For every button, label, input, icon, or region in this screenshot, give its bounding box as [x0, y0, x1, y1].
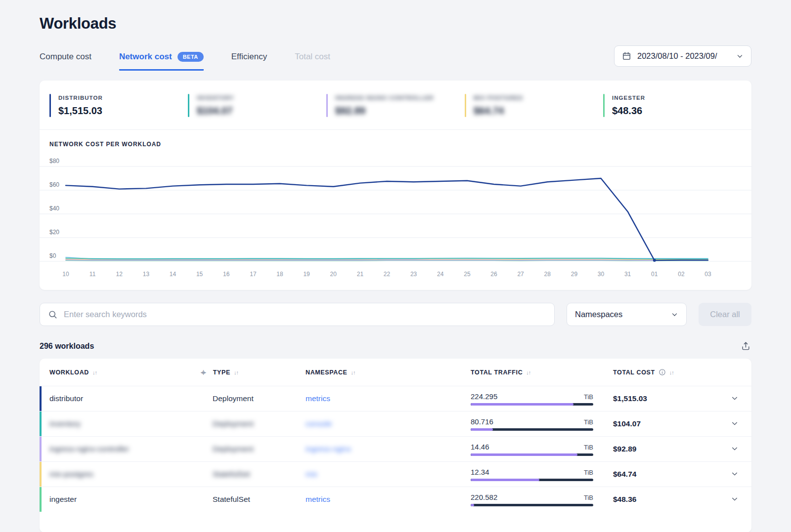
svg-text:29: 29 — [571, 271, 578, 278]
namespace-link[interactable]: ingress-nginx — [306, 445, 351, 453]
expand-row-button[interactable] — [729, 417, 741, 431]
traffic-value: 224.295 — [471, 392, 497, 401]
svg-text:27: 27 — [517, 271, 524, 278]
column-label: TOTAL COST — [613, 369, 655, 376]
namespace-link[interactable]: mix — [306, 470, 317, 478]
namespaces-dropdown-label: Namespaces — [575, 310, 622, 319]
total-cost: $104.07 — [613, 419, 714, 428]
chevron-down-icon — [736, 52, 744, 60]
table-row[interactable]: distributor Deployment metrics 224.295 T… — [40, 386, 751, 411]
summary-and-chart-panel: DISTRIBUTOR $1,515.03 INVENTORY $104.07 … — [40, 81, 751, 290]
table-row[interactable]: mix-postgres StatefulSet mix 12.34 TiB $… — [40, 461, 751, 487]
stat-label: DISTRIBUTOR — [58, 94, 103, 101]
traffic-cell: 80.716 TiB — [471, 417, 593, 431]
column-header-workload[interactable]: WORKLOAD ↓↑ — [49, 369, 213, 376]
search-input[interactable] — [64, 310, 546, 319]
expand-row-button[interactable] — [729, 468, 741, 481]
sort-icon[interactable]: ↓↑ — [92, 369, 97, 375]
namespace-link[interactable]: console — [306, 419, 332, 428]
date-range-picker[interactable]: 2023/08/10 - 2023/09/ — [614, 45, 751, 67]
stat-value: $1,515.03 — [58, 105, 103, 117]
column-header-type[interactable]: ◂|▸ TYPE ↓↑ — [213, 369, 306, 376]
svg-text:$20: $20 — [49, 229, 59, 236]
stat-value: $92.89 — [335, 105, 434, 117]
traffic-bar — [471, 453, 593, 456]
summary-cards: DISTRIBUTOR $1,515.03 INVENTORY $104.07 … — [40, 81, 751, 130]
summary-card-4[interactable]: MIX POSTGRES $64.74 — [465, 94, 603, 117]
traffic-value: 220.582 — [471, 493, 497, 501]
column-resize-icon[interactable]: ◂|▸ — [201, 369, 206, 375]
svg-text:14: 14 — [170, 271, 176, 278]
svg-text:$40: $40 — [49, 205, 59, 212]
tab-network-cost[interactable]: Network cost BETA — [119, 52, 204, 71]
traffic-value: 12.34 — [471, 468, 489, 476]
svg-text:28: 28 — [544, 271, 551, 278]
svg-text:20: 20 — [330, 271, 337, 278]
traffic-unit: TiB — [584, 393, 593, 401]
namespace-link[interactable]: metrics — [306, 394, 330, 403]
search-box — [40, 303, 555, 326]
expand-row-button[interactable] — [729, 392, 741, 406]
svg-text:02: 02 — [678, 271, 685, 278]
svg-text:11: 11 — [89, 271, 96, 278]
namespaces-dropdown[interactable]: Namespaces — [567, 303, 687, 326]
row-accent — [40, 411, 42, 436]
svg-text:01: 01 — [651, 271, 658, 278]
filter-row: Namespaces Clear all — [40, 303, 751, 326]
tab-compute-cost[interactable]: Compute cost — [40, 52, 91, 71]
expand-row-button[interactable] — [729, 443, 741, 456]
tab-efficiency[interactable]: Efficiency — [231, 52, 267, 71]
table-header: WORKLOAD ↓↑ ◂|▸ TYPE ↓↑ NAMESPACE ↓↑ TOT… — [40, 359, 751, 386]
stat-value: $64.74 — [474, 105, 523, 117]
export-icon — [741, 341, 750, 351]
sort-icon[interactable]: ↓↑ — [351, 369, 355, 375]
stat-label: INGESTER — [612, 94, 645, 101]
search-icon — [48, 310, 57, 319]
svg-text:24: 24 — [437, 271, 444, 278]
summary-card-2[interactable]: INVENTORY $104.07 — [188, 94, 326, 117]
column-header-total-cost[interactable]: TOTAL COST ↓↑ — [613, 368, 714, 376]
column-label: WORKLOAD — [49, 369, 89, 376]
summary-card-distributor[interactable]: DISTRIBUTOR $1,515.03 — [49, 94, 188, 117]
traffic-unit: TiB — [584, 494, 593, 501]
namespace-link[interactable]: metrics — [306, 495, 330, 503]
expand-row-button[interactable] — [729, 493, 741, 506]
total-cost: $48.36 — [613, 495, 714, 504]
sort-icon[interactable]: ↓↑ — [526, 369, 530, 375]
traffic-cell: 14.46 TiB — [471, 443, 593, 456]
workloads-table: WORKLOAD ↓↑ ◂|▸ TYPE ↓↑ NAMESPACE ↓↑ TOT… — [40, 359, 751, 532]
traffic-bar — [471, 403, 593, 406]
clear-all-button[interactable]: Clear all — [699, 303, 751, 326]
column-header-total-traffic[interactable]: TOTAL TRAFFIC ↓↑ — [471, 369, 613, 376]
workload-name: ingester — [49, 495, 213, 504]
traffic-cell: 224.295 TiB — [471, 392, 593, 406]
summary-card-3[interactable]: INGRESS NGINX CONTROLLER $92.89 — [326, 94, 465, 117]
workload-name: ingress-nginx-controller — [49, 445, 213, 453]
export-button[interactable] — [740, 340, 751, 352]
traffic-value: 80.716 — [471, 417, 493, 426]
workload-count: 296 workloads — [40, 342, 94, 351]
traffic-cell: 12.34 TiB — [471, 468, 593, 481]
traffic-unit: TiB — [584, 418, 593, 426]
sort-icon[interactable]: ↓↑ — [234, 369, 238, 375]
table-row[interactable]: inventory Deployment console 80.716 TiB … — [40, 411, 751, 436]
workloads-page: Workloads Compute cost Network cost BETA… — [0, 0, 791, 532]
svg-text:22: 22 — [384, 271, 391, 278]
column-label: NAMESPACE — [306, 369, 348, 376]
workload-type: StatefulSet — [213, 470, 306, 479]
traffic-bar-fill — [471, 428, 493, 431]
stat-value: $104.07 — [197, 105, 234, 117]
workload-name: inventory — [49, 419, 213, 428]
table-row[interactable]: ingester StatefulSet metrics 220.582 TiB… — [40, 487, 751, 512]
column-label: TOTAL TRAFFIC — [471, 369, 523, 376]
table-row[interactable]: ingress-nginx-controller Deployment ingr… — [40, 436, 751, 461]
chart-section: NETWORK COST PER WORKLOAD $0$20$40$60$80… — [40, 130, 751, 290]
info-icon[interactable] — [659, 368, 666, 376]
column-header-namespace[interactable]: NAMESPACE ↓↑ — [306, 369, 471, 376]
sort-icon[interactable]: ↓↑ — [669, 369, 674, 375]
calendar-icon — [622, 51, 631, 61]
total-cost: $1,515.03 — [613, 394, 714, 403]
summary-card-ingester[interactable]: INGESTER $48.36 — [603, 94, 742, 117]
stat-label: INVENTORY — [197, 94, 234, 101]
traffic-unit: TiB — [584, 444, 593, 451]
